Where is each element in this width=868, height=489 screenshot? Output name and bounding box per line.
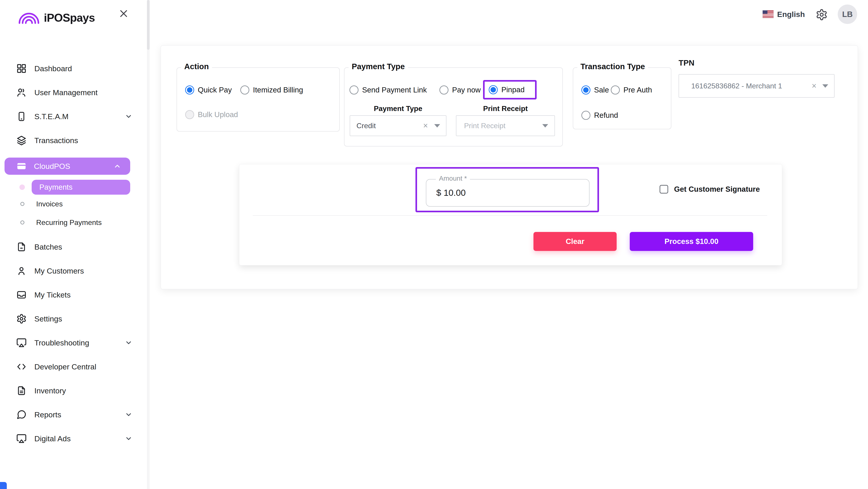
- radio-circle-icon[interactable]: [439, 86, 448, 94]
- sidebar-subitem-label: Recurring Payments: [36, 218, 102, 227]
- amount-field-label: Amount *: [436, 175, 470, 182]
- radio-pay-now[interactable]: Pay now: [439, 86, 481, 94]
- sidebar-item-batches[interactable]: Batches: [0, 235, 147, 259]
- sidebar-close-button[interactable]: [117, 7, 131, 21]
- payment-type-fieldset: Payment Type Send Payment Link Pay now P…: [344, 67, 563, 147]
- sidebar-subitem-payments[interactable]: Payments: [0, 180, 147, 195]
- sidebar-item-developer-central[interactable]: Developer Central: [0, 355, 147, 379]
- transaction-type-fieldset: Transaction Type Sale Pre Auth Refund: [573, 67, 671, 129]
- dropdown-caret-icon: [434, 124, 440, 127]
- radio-circle-icon[interactable]: [185, 86, 194, 94]
- radio-itemized-billing[interactable]: Itemized Billing: [240, 86, 303, 94]
- clear-selection-icon[interactable]: ×: [812, 82, 816, 90]
- sidebar-item-label: Inventory: [34, 386, 66, 395]
- sidebar-item-label: Batches: [34, 243, 62, 251]
- radio-sale[interactable]: Sale: [581, 86, 609, 94]
- sidebar-item-digital-ads[interactable]: Digital Ads: [0, 427, 147, 451]
- settings-gear-button[interactable]: [815, 8, 828, 21]
- file-minus-icon: [16, 242, 27, 252]
- sidebar-subitem-label: Invoices: [36, 200, 63, 208]
- payment-type-select[interactable]: Credit ×: [350, 115, 446, 136]
- radio-pinpad[interactable]: Pinpad: [489, 85, 525, 94]
- close-icon: [118, 8, 129, 20]
- sidebar-item-settings[interactable]: Settings: [0, 307, 147, 331]
- sidebar-item-cloudpos[interactable]: CloudPOS: [4, 158, 130, 175]
- bullet-icon: [20, 202, 24, 206]
- gear-icon: [815, 8, 828, 21]
- print-receipt-placeholder: Print Receipt: [464, 122, 505, 130]
- radio-circle-icon[interactable]: [489, 85, 498, 94]
- radio-circle-icon[interactable]: [581, 86, 590, 94]
- sidebar-item-label: CloudPOS: [34, 162, 70, 171]
- sidebar-item-my-customers[interactable]: My Customers: [0, 259, 147, 283]
- sidebar-item-label: Troubleshooting: [34, 338, 89, 347]
- rainbow-logo-icon: [18, 12, 40, 24]
- sidebar-item-transactions[interactable]: Transactions: [0, 128, 147, 152]
- sidebar-scrollbar-thumb[interactable]: [147, 0, 150, 50]
- sidebar-nav: Dashboard User Management S.T.E.A.M Tran…: [0, 57, 147, 451]
- chat-bubble-icon: [16, 409, 27, 420]
- credit-card-icon: [16, 161, 27, 171]
- dropdown-caret-icon: [822, 84, 828, 88]
- sidebar-item-label: User Management: [34, 88, 98, 97]
- signature-checkbox-label: Get Customer Signature: [674, 185, 760, 193]
- checkbox-icon[interactable]: [659, 185, 668, 193]
- radio-bulk-upload[interactable]: Bulk Upload: [185, 110, 238, 119]
- airplay-icon: [16, 433, 27, 444]
- sidebar-item-reports[interactable]: Reports: [0, 403, 147, 427]
- sidebar-item-label: S.T.E.A.M: [34, 112, 68, 121]
- sidebar-subitem-invoices[interactable]: Invoices: [0, 195, 147, 213]
- action-fieldset: Action Quick Pay Itemized Billing Bulk U…: [177, 67, 340, 131]
- clear-selection-icon[interactable]: ×: [423, 122, 428, 130]
- user-icon: [16, 266, 27, 276]
- sidebar-item-label: Settings: [34, 314, 62, 323]
- amount-input[interactable]: Amount * $ 10.00: [426, 179, 590, 207]
- radio-circle-icon[interactable]: [611, 86, 620, 94]
- chat-widget-sliver[interactable]: [0, 482, 7, 489]
- sidebar-item-label: Digital Ads: [34, 434, 71, 443]
- brand-name: iPOSpays: [44, 12, 95, 24]
- radio-circle-icon[interactable]: [581, 111, 590, 120]
- sidebar-item-troubleshooting[interactable]: Troubleshooting: [0, 331, 147, 355]
- tpn-select[interactable]: 161625836862 - Merchant 1 ×: [679, 74, 835, 98]
- file-text-icon: [16, 386, 27, 396]
- language-selector[interactable]: English: [777, 10, 805, 19]
- sidebar-item-dashboard[interactable]: Dashboard: [0, 57, 147, 81]
- radio-send-payment-link[interactable]: Send Payment Link: [349, 86, 427, 94]
- payment-type-sub-label: Payment Type: [350, 104, 446, 113]
- radio-quick-pay[interactable]: Quick Pay: [185, 86, 232, 94]
- radio-circle-icon[interactable]: [240, 86, 249, 94]
- transaction-type-legend: Transaction Type: [577, 62, 648, 71]
- panel-divider: [253, 215, 767, 216]
- grid-icon: [16, 63, 27, 74]
- sidebar-item-user-management[interactable]: User Management: [0, 81, 147, 104]
- get-customer-signature-checkbox-row[interactable]: Get Customer Signature: [659, 185, 760, 193]
- sidebar-item-steam[interactable]: S.T.E.A.M: [0, 104, 147, 128]
- user-avatar[interactable]: LB: [838, 4, 857, 24]
- dropdown-caret-icon: [542, 124, 548, 127]
- radio-pre-auth[interactable]: Pre Auth: [611, 86, 652, 94]
- radio-refund[interactable]: Refund: [581, 111, 618, 120]
- smartphone-icon: [16, 111, 27, 122]
- users-icon: [16, 87, 27, 98]
- sidebar-item-label: Transactions: [34, 136, 78, 145]
- avatar-initials: LB: [842, 10, 853, 19]
- chevron-down-icon: [125, 339, 132, 346]
- sidebar-subitem-recurring-payments[interactable]: Recurring Payments: [0, 213, 147, 232]
- brand-logo[interactable]: iPOSpays: [18, 12, 95, 24]
- process-button[interactable]: Process $10.00: [630, 232, 753, 251]
- print-receipt-select[interactable]: Print Receipt: [456, 115, 555, 136]
- sidebar: iPOSpays Dashboard User Management S.T.E…: [0, 0, 147, 489]
- gear-icon: [16, 313, 27, 324]
- inbox-icon: [16, 289, 27, 300]
- payment-type-select-value: Credit: [356, 122, 376, 130]
- amount-field-value: $ 10.00: [426, 188, 466, 198]
- us-flag-icon[interactable]: [763, 10, 774, 18]
- chevron-up-icon: [114, 162, 121, 170]
- sidebar-item-my-tickets[interactable]: My Tickets: [0, 283, 147, 307]
- active-bullet-icon: [20, 184, 25, 190]
- sidebar-item-inventory[interactable]: Inventory: [0, 379, 147, 403]
- clear-button[interactable]: Clear: [533, 232, 617, 251]
- tpn-select-value: 161625836862 - Merchant 1: [691, 82, 782, 90]
- radio-circle-icon[interactable]: [349, 86, 359, 94]
